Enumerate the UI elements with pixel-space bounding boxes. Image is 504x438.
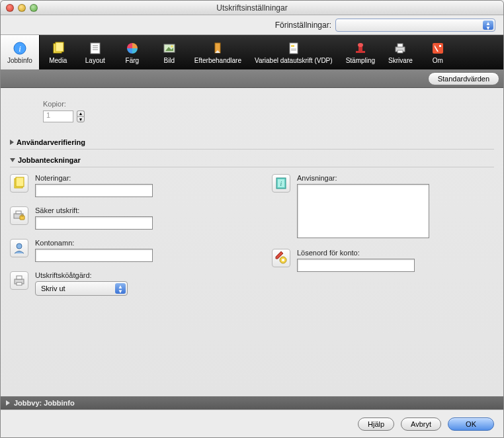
media-icon [51, 41, 65, 56]
ok-button-label: OK [466, 420, 476, 428]
layout-icon [88, 41, 103, 56]
svg-rect-29 [16, 211, 21, 214]
secure-print-icon [10, 206, 28, 225]
statusbar-text: Jobbvy: Jobbinfo [14, 399, 75, 407]
content-area: Kopior: 1 ▲ ▼ Användarverifiering Jobban… [1, 88, 503, 396]
col-left: Noteringar: Säker utskrift: [10, 174, 232, 305]
account-name-input[interactable] [35, 249, 153, 262]
section-job-notes[interactable]: Jobbanteckningar [10, 153, 494, 167]
copies-stepper: ▲ ▼ [77, 110, 85, 122]
svg-rect-27 [16, 177, 24, 187]
cancel-button-label: Avbryt [411, 420, 431, 428]
notes-input[interactable] [35, 184, 153, 197]
chevron-right-icon [10, 140, 14, 145]
queue-action-label: Utskriftsköåtgärd: [35, 271, 232, 279]
tab-label: Variabel datautskrift (VDP) [255, 57, 333, 64]
job-notes-panel: Noteringar: Säker utskrift: [10, 174, 494, 305]
tab-label: Stämpling [346, 57, 375, 64]
chevron-updown-icon: ▲▼ [118, 285, 123, 294]
copies-row: Kopior: 1 ▲ ▼ [43, 100, 494, 122]
svg-point-41 [282, 259, 284, 261]
tab-finishing[interactable]: Efterbehandlare [188, 35, 248, 69]
tab-media[interactable]: Media [40, 35, 77, 69]
notes-icon [10, 174, 28, 193]
toolbar: i Jobbinfo Media Layout Färg Bi [1, 35, 503, 69]
tab-label: Efterbehandlare [194, 57, 241, 64]
presets-row: Förinställningar: ▲▼ [1, 15, 503, 35]
stamp-icon [353, 41, 368, 56]
svg-rect-23 [398, 50, 403, 53]
queue-action-dropdown[interactable]: Skriv ut ▲▼ [35, 281, 128, 296]
titlebar: Utskriftsinställningar [1, 1, 503, 15]
defaults-button[interactable]: Standardvärden [428, 72, 499, 85]
window-title: Utskriftsinställningar [1, 3, 503, 13]
svg-point-20 [358, 43, 363, 47]
svg-rect-14 [290, 43, 298, 54]
tab-stamping[interactable]: Stämpling [339, 35, 382, 69]
svg-rect-15 [291, 45, 294, 47]
print-settings-window: Utskriftsinställningar Förinställningar:… [0, 0, 504, 438]
tab-about[interactable]: Om [419, 35, 456, 69]
section-title: Användarverifiering [17, 138, 85, 146]
tab-vdp[interactable]: Variabel datautskrift (VDP) [248, 35, 339, 69]
help-button[interactable]: Hjälp [358, 417, 394, 431]
instructions-label: Anvisningar: [297, 174, 494, 182]
chevron-updown-icon: ▲▼ [485, 21, 491, 30]
presets-dropdown[interactable]: ▲▼ [335, 19, 495, 32]
presets-label: Förinställningar: [275, 21, 331, 30]
tab-printer[interactable]: Skrivare [382, 35, 419, 69]
tab-layout[interactable]: Layout [77, 35, 114, 69]
chevron-down-icon [10, 158, 15, 162]
svg-point-11 [171, 45, 173, 47]
field-account-password: Lösenord för konto: [272, 249, 494, 272]
secure-print-input[interactable] [35, 216, 153, 230]
account-password-label: Lösenord för konto: [297, 249, 494, 257]
bookmark-icon [210, 41, 225, 56]
svg-rect-24 [433, 43, 443, 54]
tab-color[interactable]: Färg [114, 35, 151, 69]
section-user-verification[interactable]: Användarverifiering [10, 136, 494, 150]
tab-image[interactable]: Bild [151, 35, 188, 69]
col-right: i Anvisningar: Lösenord för konto: [272, 174, 494, 305]
statusbar[interactable]: Jobbvy: Jobbinfo [1, 396, 503, 410]
instructions-textarea[interactable] [297, 184, 429, 238]
tab-label: Färg [126, 57, 140, 64]
document-icon [286, 41, 301, 56]
stepper-up[interactable]: ▲ [77, 110, 85, 116]
about-icon [431, 41, 445, 56]
svg-rect-4 [91, 43, 100, 54]
account-password-input[interactable] [297, 259, 415, 272]
svg-rect-18 [356, 51, 365, 53]
queue-action-value: Skriv ut [41, 285, 65, 292]
tab-jobinfo[interactable]: i Jobbinfo [1, 35, 40, 69]
footer: Hjälp Avbryt OK [1, 410, 503, 437]
svg-rect-22 [398, 44, 403, 47]
svg-rect-35 [17, 283, 22, 285]
account-name-label: Kontonamn: [35, 239, 232, 247]
stepper-down[interactable]: ▼ [77, 116, 85, 122]
printer-icon [393, 41, 407, 56]
help-button-label: Hjälp [368, 420, 384, 428]
copies-input[interactable]: 1 [43, 110, 73, 122]
tab-label: Bild [163, 57, 175, 64]
field-notes: Noteringar: [10, 174, 232, 197]
section-title: Jobbanteckningar [18, 156, 81, 164]
field-instructions: i Anvisningar: [272, 174, 494, 240]
chevron-right-icon [6, 400, 10, 406]
color-icon [125, 41, 140, 56]
tab-label: Layout [85, 57, 105, 64]
svg-point-32 [17, 243, 22, 249]
user-icon [10, 239, 28, 257]
svg-rect-34 [17, 276, 22, 279]
instructions-icon: i [272, 174, 290, 193]
defaults-button-label: Standardvärden [438, 75, 489, 83]
ok-button[interactable]: OK [448, 417, 494, 431]
cancel-button[interactable]: Avbryt [401, 417, 441, 431]
svg-rect-25 [439, 45, 441, 47]
notes-label: Noteringar: [35, 174, 232, 182]
field-queue-action: Utskriftsköåtgärd: Skriv ut ▲▼ [10, 271, 232, 296]
key-icon [272, 249, 290, 267]
field-secure-print: Säker utskrift: [10, 206, 232, 230]
svg-text:i: i [19, 44, 21, 54]
tab-label: Jobbinfo [7, 57, 32, 64]
